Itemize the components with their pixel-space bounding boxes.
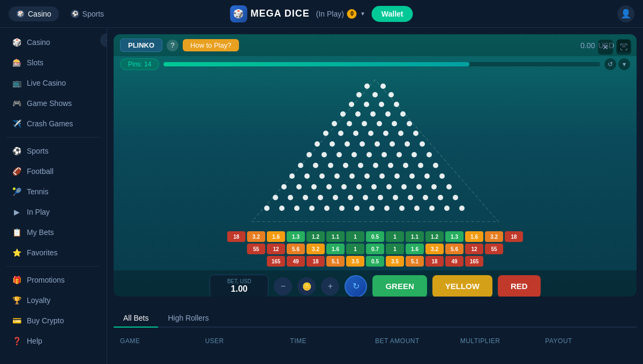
- svg-point-70: [341, 184, 347, 189]
- pins-slider[interactable]: [163, 62, 600, 66]
- svg-point-6: [349, 102, 354, 107]
- sidebar-divider-2: [6, 266, 100, 267]
- nav-tabs-left: 🎲 Casino ⚽ Sports: [9, 6, 111, 21]
- sidebar-item-football[interactable]: 🏈 Football: [3, 162, 103, 181]
- user-icon[interactable]: 👤: [617, 5, 634, 22]
- sidebar-item-in-play[interactable]: ▶ In Play: [3, 202, 103, 222]
- in-play-badge[interactable]: (In Play) 0 ▼: [316, 9, 365, 19]
- svg-point-67: [296, 184, 302, 189]
- svg-point-32: [375, 141, 380, 147]
- nav-tab-sports[interactable]: ⚽ Sports: [63, 6, 111, 21]
- sidebar-item-crash-games[interactable]: ✈️ Crash Games: [3, 114, 103, 133]
- svg-point-58: [334, 173, 340, 179]
- sidebar-item-promotions[interactable]: 🎁 Promotions: [3, 270, 103, 290]
- mult-cell: 5.6: [287, 244, 305, 254]
- svg-point-14: [400, 111, 406, 117]
- sidebar-item-my-bets[interactable]: 📋 My Bets: [3, 223, 103, 242]
- sidebar-item-live-casino[interactable]: 📺 Live Casino: [3, 73, 103, 93]
- mult-cell: 1.6: [406, 244, 424, 254]
- how-to-play-button[interactable]: How to Play?: [183, 39, 239, 51]
- svg-point-91: [264, 206, 270, 211]
- mult-cell: 1: [386, 231, 404, 242]
- svg-point-35: [420, 141, 425, 147]
- wallet-button[interactable]: Wallet: [372, 6, 413, 22]
- svg-point-55: [289, 173, 295, 179]
- game-frame: ✕ ⛶ PLINKO ? How to Play?: [114, 34, 637, 297]
- favorites-icon: ⭐: [12, 248, 21, 257]
- plinko-header: PLINKO ? How to Play? 0.00 USD ≡: [114, 34, 637, 56]
- sidebar-item-help[interactable]: ❓ Help: [3, 331, 103, 351]
- plinko-controls: Bet, USD 1.00 − 🪙 + ↻ GREEN YELLOW RED: [114, 270, 637, 297]
- svg-point-23: [353, 131, 358, 136]
- autoplay-button[interactable]: ↻: [345, 275, 367, 297]
- sidebar-item-buy-crypto[interactable]: 💳 Buy Crypto: [3, 311, 103, 330]
- chips-icon[interactable]: 🪙: [297, 277, 316, 295]
- promotions-icon: 🎁: [12, 275, 21, 285]
- sidebar-football-label: Football: [27, 167, 54, 176]
- mult-cell: 5.1: [406, 256, 424, 267]
- svg-point-43: [412, 152, 417, 157]
- tab-all-bets[interactable]: All Bets: [114, 309, 158, 328]
- logo-icon: 🎲: [230, 5, 247, 22]
- pins-bar: Pins: 14 ↺ ▾: [114, 56, 637, 72]
- svg-point-88: [423, 195, 428, 200]
- increment-bet-button[interactable]: +: [321, 277, 339, 295]
- svg-point-44: [427, 152, 432, 157]
- sidebar-item-casino[interactable]: 🎲 Casino: [3, 33, 103, 52]
- svg-point-65: [439, 173, 445, 179]
- bets-tabs: All Bets High Rollers: [114, 309, 637, 328]
- close-frame-button[interactable]: ✕: [598, 40, 613, 55]
- mult-cell: 165: [465, 256, 483, 267]
- col-time: Time: [290, 337, 375, 345]
- yellow-bet-button[interactable]: YELLOW: [432, 275, 492, 297]
- svg-point-89: [438, 195, 443, 200]
- svg-point-97: [354, 206, 360, 211]
- decrement-bet-button[interactable]: −: [274, 277, 292, 295]
- svg-point-8: [379, 102, 384, 107]
- mult-row-3: 165 49 18 5.1 3.5 0.5 3.5 5.1 18 49 165: [120, 256, 630, 267]
- plinko-info-icon[interactable]: ?: [167, 40, 178, 51]
- casino-sidebar-icon: 🎲: [12, 37, 21, 47]
- live-casino-icon: 📺: [12, 78, 21, 88]
- sidebar-item-favorites[interactable]: ⭐ Favorites: [3, 243, 103, 262]
- mult-cell: 0.5: [366, 231, 384, 242]
- sidebar-item-tennis[interactable]: 🎾 Tennis: [3, 182, 103, 201]
- sidebar-tennis-label: Tennis: [27, 187, 48, 196]
- mult-cell: 1.3: [445, 231, 463, 242]
- svg-point-92: [279, 206, 285, 211]
- pins-refresh-icon[interactable]: ↺: [604, 58, 616, 70]
- svg-point-75: [416, 184, 422, 189]
- sidebar-item-slots[interactable]: 🎰 Slots: [3, 53, 103, 72]
- svg-point-11: [355, 111, 361, 117]
- svg-point-5: [388, 92, 394, 97]
- pins-chevron-icon[interactable]: ▾: [618, 58, 630, 70]
- sidebar-my-bets-label: My Bets: [27, 228, 54, 237]
- svg-point-84: [363, 195, 368, 200]
- svg-point-40: [367, 152, 372, 157]
- in-play-sidebar-icon: ▶: [12, 207, 21, 217]
- mult-row-2: 55 12 5.6 3.2 1.6 1 0.7 1 1.6 3.2 5.6 12…: [120, 244, 630, 254]
- mult-cell: 165: [267, 256, 285, 267]
- svg-point-18: [377, 121, 382, 126]
- sidebar-item-sports[interactable]: ⚽ Sports: [3, 141, 103, 161]
- balance-value: 0.00: [580, 41, 595, 50]
- svg-point-93: [294, 206, 300, 211]
- nav-tab-casino[interactable]: 🎲 Casino: [9, 6, 59, 21]
- svg-point-9: [394, 102, 399, 107]
- green-bet-button[interactable]: GREEN: [372, 275, 427, 297]
- sidebar-item-loyalty[interactable]: 🏆 Loyalty: [3, 291, 103, 310]
- svg-point-95: [324, 206, 330, 211]
- pins-label: Pins: 14: [120, 58, 159, 70]
- plinko-title-button[interactable]: PLINKO: [120, 39, 162, 52]
- red-bet-button[interactable]: RED: [498, 275, 541, 297]
- bet-value: 1.00: [219, 284, 259, 294]
- svg-point-27: [413, 131, 418, 136]
- how-to-play-label: How to Play?: [190, 41, 231, 49]
- svg-point-96: [339, 206, 345, 211]
- sidebar-slots-label: Slots: [27, 58, 43, 67]
- fullscreen-button[interactable]: ⛶: [616, 40, 631, 55]
- tab-high-rollers[interactable]: High Rollers: [158, 309, 218, 328]
- svg-point-29: [330, 141, 335, 147]
- svg-point-24: [368, 131, 373, 136]
- sidebar-item-game-shows[interactable]: 🎮 Game Shows: [3, 94, 103, 113]
